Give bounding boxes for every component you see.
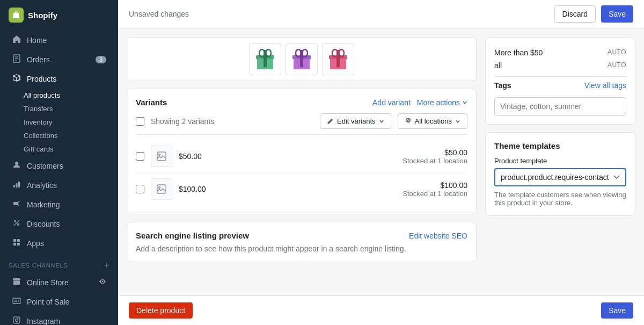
- variant-1-stock-price: $50.00: [402, 148, 467, 157]
- price-row-2-label: all: [494, 61, 502, 70]
- seo-card: Search engine listing preview Edit websi…: [127, 222, 477, 262]
- sidebar-item-customers[interactable]: Customers: [3, 156, 115, 175]
- instagram-icon: [12, 316, 21, 325]
- sidebar-item-apps[interactable]: Apps: [3, 234, 115, 252]
- svg-rect-17: [14, 300, 16, 301]
- svg-point-49: [159, 187, 160, 189]
- top-bar-actions: Discard Save: [554, 5, 633, 23]
- content-area: Variants Add variant More actions Showi: [118, 28, 644, 295]
- sidebar-item-orders[interactable]: Orders 3: [3, 50, 115, 69]
- home-icon: [12, 35, 21, 45]
- sidebar-item-instagram[interactable]: Instagram: [3, 312, 115, 325]
- orders-badge: 3: [96, 56, 106, 63]
- price-row-1-value: AUTO: [608, 48, 626, 57]
- discard-button[interactable]: Discard: [554, 5, 596, 23]
- pricing-divider: [494, 76, 626, 77]
- price-row-1: More than $50 AUTO: [494, 46, 626, 59]
- edit-variants-button[interactable]: Edit variants: [320, 113, 391, 129]
- sidebar-logo[interactable]: shopify: [0, 0, 118, 30]
- svg-rect-18: [16, 300, 17, 301]
- svg-point-4: [15, 162, 18, 165]
- product-image-1[interactable]: [249, 43, 281, 75]
- delete-product-button[interactable]: Delete product: [129, 302, 193, 319]
- select-all-checkbox[interactable]: [136, 117, 144, 126]
- svg-rect-46: [157, 152, 166, 161]
- variant-1-checkbox[interactable]: [136, 152, 144, 161]
- sidebar-item-home[interactable]: Home: [3, 31, 115, 49]
- variant-1-image: [151, 146, 172, 167]
- sidebar-sub-collections[interactable]: Collections: [0, 129, 118, 142]
- seo-header: Search engine listing preview Edit websi…: [136, 231, 467, 240]
- product-image-2[interactable]: [286, 43, 318, 75]
- online-store-eye-icon[interactable]: [99, 278, 106, 287]
- more-actions-chevron-icon: [462, 98, 467, 107]
- brand-name: shopify: [28, 11, 57, 20]
- marketing-icon: [12, 199, 21, 210]
- sidebar-sub-transfers[interactable]: Transfers: [0, 102, 118, 115]
- variant-2-stock-text: Stocked at 1 location: [402, 190, 467, 198]
- variant-2-price: $100.00: [179, 185, 222, 193]
- sidebar-item-point-of-sale[interactable]: Point of Sale: [3, 292, 115, 311]
- sidebar-item-products[interactable]: Products: [3, 69, 115, 88]
- svg-line-10: [14, 220, 19, 226]
- sidebar-discounts-label: Discounts: [27, 220, 60, 228]
- bottom-bar: Delete product Save: [118, 295, 644, 325]
- analytics-icon: [12, 180, 21, 190]
- product-images-row: [249, 43, 354, 75]
- tags-title: Tags: [494, 81, 511, 90]
- variants-toolbar: Showing 2 variants Edit variants All loc…: [136, 113, 467, 135]
- variants-actions: Add variant More actions: [372, 98, 467, 107]
- sidebar-marketing-label: Marketing: [27, 200, 60, 209]
- svg-point-15: [102, 281, 104, 283]
- unsaved-changes-label: Unsaved changes: [129, 10, 189, 18]
- sidebar-customers-label: Customers: [27, 162, 63, 170]
- showing-variants-text: Showing 2 variants: [151, 117, 313, 126]
- edit-seo-button[interactable]: Edit website SEO: [409, 232, 467, 240]
- svg-point-25: [18, 318, 19, 319]
- view-all-tags-button[interactable]: View all tags: [584, 81, 626, 90]
- sidebar-sub-all-products[interactable]: All products: [0, 89, 118, 102]
- template-description: The template customers see when viewing …: [494, 191, 626, 207]
- sidebar-item-discounts[interactable]: Discounts: [3, 214, 115, 233]
- sidebar-sub-gift-cards[interactable]: Gift cards: [0, 142, 118, 156]
- sidebar-item-analytics[interactable]: Analytics: [3, 176, 115, 194]
- discounts-icon: [12, 219, 21, 229]
- save-button-top[interactable]: Save: [601, 5, 633, 23]
- svg-rect-16: [13, 298, 20, 304]
- more-actions-button[interactable]: More actions: [417, 98, 467, 107]
- product-image-3[interactable]: [322, 43, 354, 75]
- variant-2-checkbox[interactable]: [136, 185, 144, 193]
- variant-1-stock: $50.00 Stocked at 1 location: [402, 148, 467, 165]
- svg-rect-6: [16, 183, 18, 187]
- svg-rect-14: [17, 243, 20, 245]
- template-select[interactable]: product.product.requires-contactproductp…: [494, 168, 626, 186]
- svg-rect-23: [13, 317, 20, 323]
- sidebar-sub-inventory[interactable]: Inventory: [0, 115, 118, 129]
- shopify-bag-icon: [9, 8, 24, 23]
- sidebar: shopify Home Orders 3 Products All produ…: [0, 0, 118, 325]
- variant-row-2: $100.00 $100.00 Stocked at 1 location: [136, 173, 467, 205]
- main-column: Variants Add variant More actions Showi: [127, 37, 477, 287]
- variant-row-1: $50.00 $50.00 Stocked at 1 location: [136, 140, 467, 173]
- variants-card: Variants Add variant More actions Showi: [127, 89, 477, 214]
- svg-point-47: [159, 154, 160, 156]
- tags-input[interactable]: [494, 97, 626, 115]
- svg-rect-48: [157, 185, 166, 193]
- product-template-label: Product template: [494, 157, 626, 165]
- sidebar-apps-label: Apps: [27, 239, 44, 248]
- all-locations-button[interactable]: All locations: [398, 113, 467, 129]
- variants-title: Variants: [136, 98, 167, 107]
- main-area: Unsaved changes Discard Save: [118, 0, 644, 325]
- sidebar-orders-label: Orders: [27, 55, 50, 64]
- variant-1-price: $50.00: [179, 152, 222, 161]
- variant-2-stock-price: $100.00: [402, 181, 467, 190]
- sidebar-item-marketing[interactable]: Marketing: [3, 195, 115, 214]
- svg-rect-13: [13, 243, 16, 245]
- save-button-bottom[interactable]: Save: [601, 302, 633, 319]
- seo-description: Add a description to see how this produc…: [136, 244, 467, 253]
- sidebar-products-label: Products: [27, 75, 56, 83]
- add-sales-channel-icon[interactable]: +: [104, 261, 109, 270]
- sidebar-item-online-store[interactable]: Online Store: [3, 273, 115, 292]
- add-variant-button[interactable]: Add variant: [372, 98, 411, 107]
- side-column: More than $50 AUTO all AUTO Tags View al…: [485, 37, 635, 287]
